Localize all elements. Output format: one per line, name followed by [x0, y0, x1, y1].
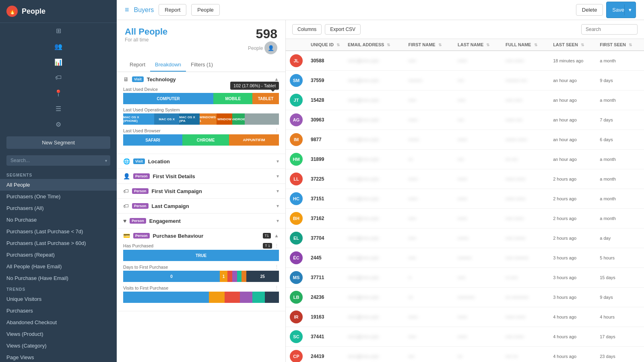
days-chart: Days to First Purchase ⋮ 0 1 25	[123, 264, 279, 282]
td-last-name: •••••	[454, 90, 502, 110]
sidebar-item-purchasers-all[interactable]: Purchasers (All)	[0, 202, 117, 214]
export-csv-button[interactable]: Export CSV	[325, 24, 361, 35]
table-row[interactable]: BH 37162 ••••••@•••••.com ••••• •••••• •…	[286, 209, 644, 228]
td-full-name: •••••• ••••	[502, 110, 549, 130]
td-last-name: •••••••••••	[454, 288, 502, 307]
last-name-blurred: ••••	[458, 157, 464, 162]
table-row[interactable]: SC 37441 ••••••@•••••.com ••••• •••••• •…	[286, 327, 644, 347]
last-name-blurred: ••••••	[458, 137, 467, 142]
device-chart: Last Used Device ⋮ COMPUTER MOBILE TABLE…	[123, 86, 279, 104]
table-row[interactable]: LB 24236 ••••••@•••••.com ••• ••••••••••…	[286, 288, 644, 307]
main-content: ≡ Buyers Report People Delete Save ▾ All…	[117, 0, 644, 362]
th-unique-id[interactable]: UNIQUE ID ⇅	[307, 39, 344, 51]
people-button[interactable]: People	[191, 4, 219, 16]
th-last-seen[interactable]: LAST SEEN ⇅	[549, 39, 596, 51]
table-search-input[interactable]	[581, 24, 638, 35]
table-row[interactable]: AG 30963 ••••••@•••••.com •••••• •••• ••…	[286, 110, 644, 130]
full-name-blurred: ••••••• ••••••	[506, 137, 527, 142]
location-section-header[interactable]: 🌐 Visit Location ▾	[117, 154, 285, 169]
columns-button[interactable]: Columns	[292, 24, 322, 35]
purchase-behaviour-header[interactable]: 💳 Person Purchase Behaviour T1 ▲	[117, 228, 285, 243]
table-row[interactable]: IM 9877 ••••••@•••••.com ••••••• •••••• …	[286, 130, 644, 150]
table-row[interactable]: SM 37559 ••••••@•••••.com ••••••••• ••••…	[286, 71, 644, 90]
menu-icon[interactable]: ≡	[125, 6, 129, 14]
sidebar-item-page-views[interactable]: Page Views	[0, 352, 117, 362]
nav-icon-gear[interactable]: ⚙	[0, 117, 117, 132]
table-row[interactable]: LL 37225 ••••••@•••••.com •••••• •••••• …	[286, 169, 644, 189]
th-first-seen[interactable]: FIRST SEEN ⇅	[596, 39, 644, 51]
last-campaign-header[interactable]: 🏷 Person Last Campaign ▾	[117, 199, 285, 213]
avatar: LL	[290, 173, 303, 185]
engagement-title: Engagement	[149, 218, 273, 224]
nav-icon-chart[interactable]: 📊	[0, 54, 117, 70]
table-row[interactable]: HC 37151 ••••••@•••••.com •••••• •••••• …	[286, 189, 644, 209]
days-options[interactable]: ⋮	[275, 264, 279, 269]
new-segment-button[interactable]: New Segment	[6, 136, 110, 149]
tab-filters[interactable]: Filters (1)	[186, 58, 218, 72]
report-button[interactable]: Report	[159, 4, 186, 16]
sidebar-item-all-people-email[interactable]: All People (Have Email)	[0, 261, 117, 272]
table-row[interactable]: CP 24419 ••••••@•••••.com •••• ••• •••• …	[286, 347, 644, 362]
table-row[interactable]: JL 30588 ••••••@•••••.com ••••• •••••• •…	[286, 51, 644, 71]
search-input[interactable]	[6, 155, 110, 166]
visits-options[interactable]: ⋮	[275, 285, 279, 290]
table-row[interactable]: IR 19163 ••••••@•••••.com •••••• •••••• …	[286, 307, 644, 327]
td-email: ••••••@•••••.com	[344, 327, 405, 347]
tab-report[interactable]: Report	[125, 58, 150, 72]
has-purchased-controls: T 1 ⋮	[263, 243, 279, 249]
td-id: 37151	[307, 189, 344, 209]
delete-button[interactable]: Delete	[576, 4, 603, 16]
has-purchased-options[interactable]: ⋮	[275, 243, 279, 249]
days-bar: 0 1 25	[123, 271, 279, 282]
table-row[interactable]: EL 37704 ••••••@•••••.com ••••• ••••••• …	[286, 228, 644, 248]
th-email[interactable]: EMAIL ADDRESS ⇅	[344, 39, 405, 51]
email-blurred: ••••••@•••••.com	[348, 295, 379, 300]
sidebar-item-abandoned-checkout[interactable]: Abandoned Checkout	[0, 317, 117, 328]
has-purchased-filter-badge: T 1	[263, 243, 272, 249]
first-visit-campaign-section: 🏷 Person First Visit Campaign ▾	[117, 184, 285, 199]
sidebar-item-no-purchase[interactable]: No Purchase	[0, 214, 117, 226]
td-first-name: •••••	[404, 327, 454, 347]
sidebar-item-purchasers-one-time[interactable]: Purchasers (One Time)	[0, 191, 117, 202]
table-row[interactable]: HM 31899 ••••••@•••••.com ••• •••• ••• •…	[286, 150, 644, 169]
td-last-seen: 3 hours ago	[549, 288, 596, 307]
sidebar-item-purchasers-repeat[interactable]: Purchasers (Repeat)	[0, 249, 117, 261]
th-full-name[interactable]: FULL NAME ⇅	[502, 39, 549, 51]
sidebar-item-no-purchase-email[interactable]: No Purchase (Have Email)	[0, 272, 117, 284]
td-email: ••••••@•••••.com	[344, 288, 405, 307]
sidebar-item-views-product[interactable]: Views (Product)	[0, 328, 117, 340]
avatar: JL	[290, 54, 303, 67]
first-visit-campaign-header[interactable]: 🏷 Person First Visit Campaign ▾	[117, 184, 285, 198]
nav-icon-grid[interactable]: ⊞	[0, 23, 117, 39]
buyers-breadcrumb[interactable]: Buyers	[134, 6, 154, 14]
chrome-bar: CHROME	[182, 134, 229, 146]
save-dropdown-icon[interactable]: ▾	[624, 4, 636, 15]
last-name-blurred: ••••••	[458, 334, 467, 339]
first-visit-section-header[interactable]: 👤 Person First Visit Details ▾	[117, 169, 285, 183]
engagement-header[interactable]: ♥ Person Engagement ▾	[117, 214, 285, 228]
td-last-seen: 4 hours ago	[549, 327, 596, 347]
nav-icon-users[interactable]: 👥	[0, 39, 117, 54]
td-last-name: ••••••	[454, 189, 502, 209]
td-email: ••••••@•••••.com	[344, 209, 405, 228]
nav-icon-map[interactable]: 📍	[0, 85, 117, 101]
sidebar-item-purchasers-last-60d[interactable]: Purchasers (Last Purchase > 60d)	[0, 237, 117, 249]
sidebar-item-purchasers-last-7d[interactable]: Purchasers (Last Purchase < 7d)	[0, 226, 117, 237]
td-full-name: ••••• •••••••	[502, 228, 549, 248]
sidebar-item-views-category[interactable]: Views (Category)	[0, 340, 117, 352]
nav-icon-tag[interactable]: 🏷	[0, 70, 117, 85]
td-first-name: ••••••	[404, 189, 454, 209]
browser-options-icon[interactable]: ⋮	[275, 128, 279, 133]
save-button[interactable]: Save ▾	[606, 2, 636, 18]
table-row[interactable]: ÉC 2445 ••••••@•••••.com ••••• •••••••••…	[286, 248, 644, 268]
table-row[interactable]: JT 15428 ••••••@•••••.com ••••• ••••• ••…	[286, 90, 644, 110]
nav-icon-list[interactable]: ☰	[0, 101, 117, 117]
th-last-name[interactable]: LAST NAME ⇅	[454, 39, 502, 51]
sidebar-item-unique-visitors[interactable]: Unique Visitors	[0, 293, 117, 305]
sidebar-item-purchasers[interactable]: Purchasers	[0, 305, 117, 317]
th-first-name[interactable]: FIRST NAME ⇅	[404, 39, 454, 51]
table-row[interactable]: MS 37711 ••••••@•••••.com •• ••••• •• ••…	[286, 268, 644, 288]
tab-breakdown[interactable]: Breakdown	[150, 58, 186, 72]
sidebar-item-all-people[interactable]: All People	[0, 179, 117, 191]
td-last-name: •••••	[454, 268, 502, 288]
